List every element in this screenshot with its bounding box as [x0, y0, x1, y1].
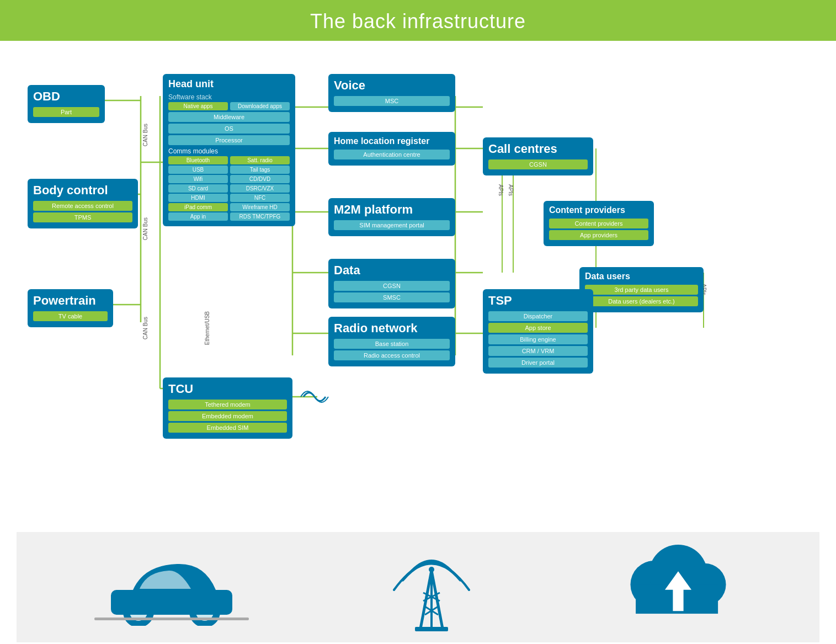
svg-rect-31	[111, 590, 232, 615]
native-downloaded-row: Native apps Downloaded apps	[168, 102, 290, 110]
dsrc-vzx-bar: DSRC/VZX	[230, 184, 290, 193]
wifi-bar: Wifi	[168, 175, 228, 183]
svg-rect-32	[94, 618, 249, 620]
tsp-bar2: App store	[488, 323, 588, 333]
cd-dvd-bar: CD/DVD	[230, 175, 290, 183]
body-control-bar1: Remote access control	[33, 201, 132, 211]
header-title: The back infrastructure	[310, 10, 526, 33]
wireframe-hd-bar: Wireframe HD	[230, 203, 290, 211]
diagram-area: CAN Bus CAN Bus CAN Bus Ethernet/USB API…	[17, 52, 819, 532]
comms-modules-label: Comms modules	[168, 147, 290, 155]
body-control-bar2: TPMS	[33, 212, 132, 222]
data-users-bar1: 3rd party data users	[585, 285, 698, 295]
call-centres-title: Call centres	[488, 142, 588, 156]
data-bar2: SMSC	[334, 292, 450, 302]
tsp-bar4: CRM / VRM	[488, 346, 588, 356]
tcu-bar2: Embedded modem	[168, 411, 287, 421]
voice-box: Voice MSC	[328, 74, 455, 112]
hdmi-bar: HDMI	[168, 194, 228, 202]
body-control-title: Body control	[33, 183, 132, 198]
powertrain-box: Powertrain TV cable	[28, 289, 113, 327]
tsp-bar1: Dispatcher	[488, 311, 588, 321]
can-bus-label-1: CAN Bus	[142, 124, 148, 146]
radio-bar2: Radio access control	[334, 350, 450, 360]
content-providers-bar2: App providers	[549, 230, 648, 240]
can-bus-label-2: CAN Bus	[142, 217, 148, 240]
radio-wave-small	[298, 383, 331, 411]
radio-title: Radio network	[334, 321, 450, 336]
page-header: The back infrastructure	[0, 0, 836, 41]
native-apps-bar: Native apps	[168, 102, 228, 110]
processor-bar: Processor	[168, 135, 290, 145]
m2m-box: M2M platform SIM management portal	[328, 198, 455, 236]
data-title: Data	[334, 263, 450, 278]
middleware-bar: Middleware	[168, 112, 290, 122]
bluetooth-bar: Bluetooth	[168, 156, 228, 164]
data-bar1: CGSN	[334, 281, 450, 291]
head-unit-subtitle: Software stack	[168, 93, 290, 101]
car-area	[89, 549, 254, 626]
tsp-box: TSP Dispatcher App store Billing engine …	[483, 289, 593, 374]
tower-area	[376, 540, 487, 634]
downloaded-apps-bar: Downloaded apps	[230, 102, 290, 110]
tsp-bar3: Billing engine	[488, 334, 588, 344]
cloud-area	[609, 540, 747, 634]
tsp-bar5: Driver portal	[488, 358, 588, 368]
content-providers-box: Content providers Content providers App …	[544, 201, 654, 246]
apis-label-2: APIs	[508, 184, 514, 196]
hlr-box: Home location register Authentication ce…	[328, 132, 455, 166]
cloud-upload-icon	[609, 540, 747, 634]
obd-title: OBD	[33, 89, 99, 104]
data-users-title: Data users	[585, 272, 698, 281]
obd-bar1: Part	[33, 107, 99, 117]
tcu-bar3: Embedded SIM	[168, 423, 287, 433]
tcu-title: TCU	[168, 382, 287, 396]
data-box: Data CGSN SMSC	[328, 259, 455, 308]
usb-bar: USB	[168, 166, 228, 174]
voice-title: Voice	[334, 78, 450, 93]
data-users-bar2: Data users (dealers etc.)	[585, 296, 698, 306]
powertrain-bar1: TV cable	[33, 311, 108, 321]
can-bus-label-3: CAN Bus	[142, 317, 148, 339]
m2m-title: M2M platform	[334, 203, 450, 217]
obd-box: OBD Part	[28, 85, 105, 123]
voice-bar1: MSC	[334, 96, 450, 106]
satt-radio-bar: Satt. radio	[230, 156, 290, 164]
main-content: CAN Bus CAN Bus CAN Bus Ethernet/USB API…	[0, 41, 836, 644]
hlr-bar1: Authentication centre	[334, 150, 450, 159]
content-providers-title: Content providers	[549, 205, 648, 215]
powertrain-title: Powertrain	[33, 294, 108, 308]
tail-tags-bar: Tail tags	[230, 166, 290, 174]
body-control-box: Body control Remote access control TPMS	[28, 179, 138, 228]
svg-point-41	[429, 567, 434, 572]
radio-box: Radio network Base station Radio access …	[328, 317, 455, 366]
content-providers-bar1: Content providers	[549, 219, 648, 228]
app-in-bar: App in	[168, 212, 228, 221]
sd-card-bar: SD card	[168, 184, 228, 193]
os-bar: OS	[168, 124, 290, 134]
call-centres-box: Call centres CGSN	[483, 137, 593, 175]
tsp-title: TSP	[488, 294, 588, 308]
apis-label-1: APIs	[498, 184, 504, 196]
call-centres-bar1: CGSN	[488, 159, 588, 169]
rds-tmc-bar: RDS TMC/TPFG	[230, 212, 290, 221]
ethernet-usb-label: Ethernet/USB	[204, 311, 210, 345]
ipad-comm-bar: iPad comm	[168, 203, 228, 211]
hlr-title: Home location register	[334, 136, 450, 146]
data-users-box: Data users 3rd party data users Data use…	[579, 267, 704, 312]
antenna-icon	[382, 540, 481, 634]
tcu-box: TCU Tethered modem Embedded modem Embedd…	[163, 377, 292, 439]
svg-rect-40	[415, 627, 448, 631]
radio-bar1: Base station	[334, 339, 450, 349]
car-icon	[94, 549, 249, 626]
bottom-section	[17, 532, 819, 642]
head-unit-box: Head unit Software stack Native apps Dow…	[163, 74, 295, 226]
m2m-bar1: SIM management portal	[334, 220, 450, 230]
nfc-bar: NFC	[230, 194, 290, 202]
tcu-bar1: Tethered modem	[168, 400, 287, 409]
head-unit-title: Head unit	[168, 78, 290, 90]
